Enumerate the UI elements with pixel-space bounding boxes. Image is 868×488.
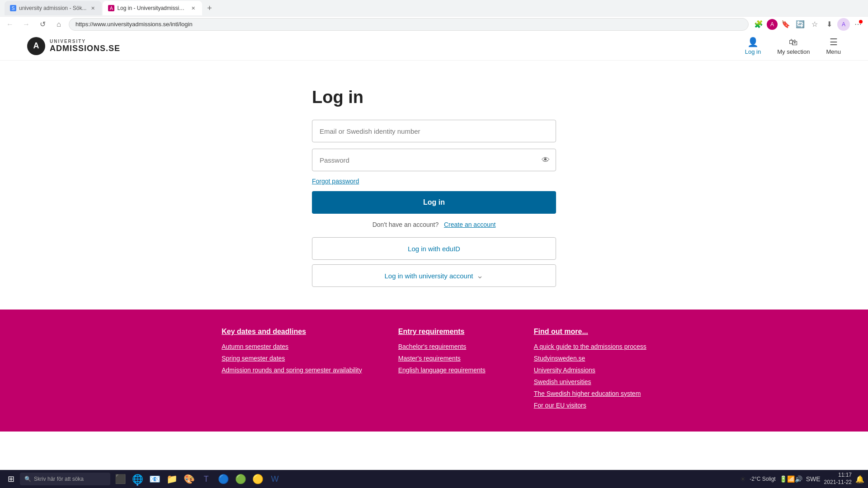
footer-link-eu-visitors[interactable]: For our EU visitors [534,402,646,409]
footer-link-university-admissions[interactable]: University Admissions [534,366,646,374]
tab-2[interactable]: A Log in - Universityadmissions.se ✕ [103,1,202,15]
footer-link-guide[interactable]: A quick guide to the admissions process [534,343,646,350]
taskbar-apps: ⬛ 🌐 📧 📁 🎨 T 🔵 🟢 🟡 W [112,471,738,487]
site-header: A UNIVERSITY ADMISSIONS.SE 👤 Log in 🛍 My… [0,32,868,61]
new-tab-button[interactable]: + [203,2,216,14]
country-label: SWE [806,475,821,483]
collections-button[interactable]: 🔖 [779,18,792,31]
home-button[interactable]: ⌂ [52,18,65,31]
footer-col-2-heading[interactable]: Entry requirements [398,328,498,336]
footer-col-3: Find out more... A quick guide to the ad… [534,328,646,413]
taskbar-app-7[interactable]: 🔵 [215,471,231,487]
create-account-link[interactable]: Create an account [444,221,495,228]
favorites-button[interactable]: ☆ [808,18,821,31]
system-time: 11:17 [824,472,852,479]
nav-my-selection-label: My selection [777,48,810,55]
weather-text: -2°C Soligt [750,476,776,482]
browser-actions: 🧩 A 🔖 🔄 ☆ ⬇ A ⋯ [752,18,864,31]
reload-button[interactable]: ↺ [36,18,49,31]
toggle-password-icon[interactable]: 👁 [542,155,550,165]
login-title: Log in [312,88,556,107]
footer-link-spring[interactable]: Spring semester dates [222,355,362,362]
menu-icon: ☰ [830,37,838,47]
system-date: 2021-11-22 [824,479,852,486]
nav-menu[interactable]: ☰ Menu [826,37,841,55]
site-nav: 👤 Log in 🛍 My selection ☰ Menu [745,37,841,55]
footer-link-autumn[interactable]: Autumn semester dates [222,343,362,350]
footer-link-admission-rounds[interactable]: Admission rounds and spring semester ava… [222,366,362,374]
tab-1-close[interactable]: ✕ [89,5,96,12]
nav-login-label: Log in [745,48,761,55]
logo-text-area: UNIVERSITY ADMISSIONS.SE [50,39,120,53]
app-active-dot [137,484,138,486]
more-options-button[interactable]: ⋯ [852,18,864,31]
weather-icon: ☀ [740,475,746,483]
taskbar-app-task-view[interactable]: ⬛ [112,471,128,487]
nav-menu-label: Menu [826,48,841,55]
university-login-button[interactable]: Log in with university account ⌄ [312,264,556,287]
taskbar-app-5[interactable]: 🎨 [181,471,197,487]
taskbar-app-excel[interactable]: 🟡 [250,471,266,487]
site-footer: Key dates and deadlines Autumn semester … [0,310,868,432]
tab-2-close[interactable]: ✕ [189,5,197,12]
logo-area[interactable]: A UNIVERSITY ADMISSIONS.SE [27,37,120,55]
footer-col-1: Key dates and deadlines Autumn semester … [222,328,362,413]
footer-link-higher-education[interactable]: The Swedish higher education system [534,390,646,397]
nav-my-selection[interactable]: 🛍 My selection [777,37,810,55]
taskbar-app-8[interactable]: 🟢 [232,471,249,487]
no-account-text: Don't have an account? [373,221,439,228]
downloads-button[interactable]: ⬇ [823,18,835,31]
university-login-label: Log in with university account [385,272,473,280]
eduid-login-label: Log in with eduID [408,245,460,253]
taskbar-search-text: Skriv här för att söka [34,476,84,482]
extensions-button[interactable]: 🧩 [752,18,765,31]
taskbar-sys-icons: 🔋📶🔊 [779,475,802,483]
forward-button[interactable]: → [20,18,33,31]
footer-link-swedish-universities[interactable]: Swedish universities [534,378,646,385]
notifications-button[interactable]: 🔔 [855,475,864,483]
footer-link-english[interactable]: English language requirements [398,366,498,374]
taskbar-app-edge[interactable]: 🌐 [129,471,146,487]
tab-1[interactable]: S university admission - Sök... ✕ [5,1,102,15]
ua-icon[interactable]: A [767,19,778,30]
taskbar-search-icon: 🔍 [24,476,31,482]
browser-tab-bar: S university admission - Sök... ✕ A Log … [0,0,868,16]
login-button[interactable]: Log in [312,191,556,214]
tab-2-favicon: A [108,5,114,11]
tab-2-title: Log in - Universityadmissions.se [117,5,187,11]
email-group [312,120,556,142]
email-input[interactable] [312,120,556,142]
taskbar: ⊞ 🔍 Skriv här för att söka ⬛ 🌐 📧 📁 🎨 T 🔵… [0,470,868,488]
system-clock: 11:17 2021-11-22 [824,472,852,486]
profile-button[interactable]: A [837,18,850,31]
footer-col-1-heading[interactable]: Key dates and deadlines [222,328,362,336]
taskbar-app-teams[interactable]: T [198,471,214,487]
login-container: Log in 👁 Forgot password Log in Don't ha… [312,88,556,291]
windows-start-button[interactable]: ⊞ [4,472,18,486]
taskbar-app-word[interactable]: W [267,471,283,487]
main-content: Log in 👁 Forgot password Log in Don't ha… [0,61,868,310]
back-button[interactable]: ← [4,18,16,31]
footer-link-master[interactable]: Master's requirements [398,355,498,362]
footer-col-3-heading[interactable]: Find out more... [534,328,646,336]
create-account-row: Don't have an account? Create an account [312,221,556,228]
taskbar-sys: ☀ -2°C Soligt 🔋📶🔊 SWE 11:17 2021-11-22 🔔 [740,472,864,486]
footer-link-studyinsweden[interactable]: Studyinsweden.se [534,355,646,362]
footer-link-bachelor[interactable]: Bachelor's requirements [398,343,498,350]
taskbar-app-explorer[interactable]: 📁 [164,471,180,487]
my-selection-icon: 🛍 [789,37,798,47]
logo-bottom: ADMISSIONS.SE [50,44,120,53]
taskbar-app-mail[interactable]: 📧 [146,471,163,487]
taskbar-search[interactable]: 🔍 Skriv här för att söka [20,473,110,485]
password-input[interactable] [312,149,556,171]
nav-login[interactable]: 👤 Log in [745,37,761,55]
address-bar-row: ← → ↺ ⌂ 🧩 A 🔖 🔄 ☆ ⬇ A ⋯ [0,16,868,32]
address-input[interactable] [69,18,749,31]
tab-1-favicon: S [10,5,16,11]
footer-col-2: Entry requirements Bachelor's requiremen… [398,328,498,413]
forgot-password-link[interactable]: Forgot password [312,178,556,185]
eduid-login-button[interactable]: Log in with eduID [312,237,556,260]
logo-letter: A [33,41,39,51]
chevron-down-icon: ⌄ [476,271,483,281]
refresh-button[interactable]: 🔄 [794,18,807,31]
